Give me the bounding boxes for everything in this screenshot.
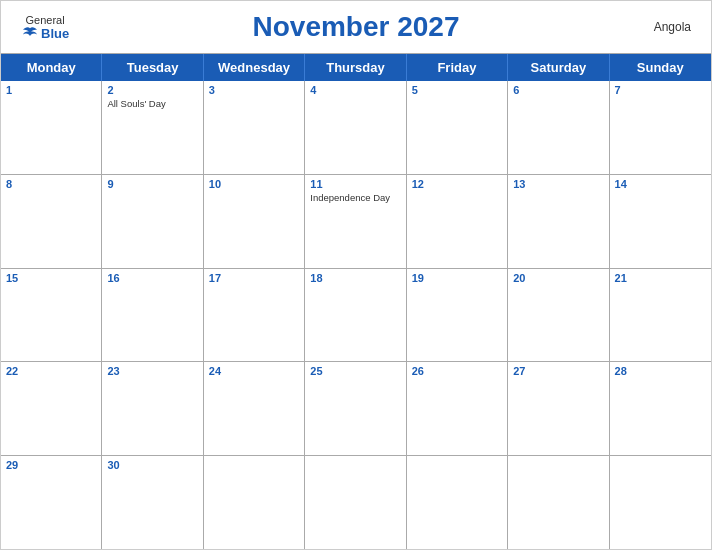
header-saturday: Saturday: [508, 54, 609, 81]
day-cell: 1: [1, 81, 102, 174]
day-number: 19: [412, 272, 502, 284]
day-cell: 26: [407, 362, 508, 455]
logo-general: General: [26, 14, 65, 26]
calendar-grid: Monday Tuesday Wednesday Thursday Friday…: [1, 53, 711, 549]
header-tuesday: Tuesday: [102, 54, 203, 81]
day-number: 26: [412, 365, 502, 377]
header-wednesday: Wednesday: [204, 54, 305, 81]
day-number: 15: [6, 272, 96, 284]
header-friday: Friday: [407, 54, 508, 81]
day-number: 14: [615, 178, 706, 190]
day-cell: 9: [102, 175, 203, 268]
week-row-4: 22232425262728: [1, 362, 711, 456]
day-number: 27: [513, 365, 603, 377]
day-cell: 20: [508, 269, 609, 362]
day-cell: 22: [1, 362, 102, 455]
day-cell: 7: [610, 81, 711, 174]
day-number: 10: [209, 178, 299, 190]
day-number: 17: [209, 272, 299, 284]
day-number: 23: [107, 365, 197, 377]
day-cell: 18: [305, 269, 406, 362]
day-cell: 5: [407, 81, 508, 174]
day-cell: 4: [305, 81, 406, 174]
day-cell: 11Independence Day: [305, 175, 406, 268]
day-cell: [407, 456, 508, 549]
day-number: 24: [209, 365, 299, 377]
day-number: 22: [6, 365, 96, 377]
day-number: 2: [107, 84, 197, 96]
header-sunday: Sunday: [610, 54, 711, 81]
day-cell: [508, 456, 609, 549]
logo-bird-icon: [21, 26, 39, 40]
holiday-name: Independence Day: [310, 192, 400, 203]
day-number: 8: [6, 178, 96, 190]
day-number: 20: [513, 272, 603, 284]
weeks: 12All Souls' Day34567891011Independence …: [1, 81, 711, 549]
day-cell: 8: [1, 175, 102, 268]
day-cell: 12: [407, 175, 508, 268]
day-cell: [305, 456, 406, 549]
day-cell: [204, 456, 305, 549]
day-cell: 17: [204, 269, 305, 362]
day-number: 9: [107, 178, 197, 190]
week-row-5: 2930: [1, 456, 711, 549]
day-number: 18: [310, 272, 400, 284]
month-title: November 2027: [252, 11, 459, 43]
day-number: 28: [615, 365, 706, 377]
day-cell: 16: [102, 269, 203, 362]
day-cell: 28: [610, 362, 711, 455]
calendar-container: General Blue November 2027 Angola Monday…: [0, 0, 712, 550]
day-cell: 24: [204, 362, 305, 455]
day-cell: 23: [102, 362, 203, 455]
day-headers: Monday Tuesday Wednesday Thursday Friday…: [1, 54, 711, 81]
country-label: Angola: [654, 20, 691, 34]
day-number: 7: [615, 84, 706, 96]
day-cell: 3: [204, 81, 305, 174]
header-thursday: Thursday: [305, 54, 406, 81]
day-cell: 10: [204, 175, 305, 268]
calendar-header: General Blue November 2027 Angola: [1, 1, 711, 53]
day-number: 1: [6, 84, 96, 96]
day-number: 29: [6, 459, 96, 471]
day-number: 5: [412, 84, 502, 96]
day-number: 3: [209, 84, 299, 96]
day-number: 6: [513, 84, 603, 96]
header-monday: Monday: [1, 54, 102, 81]
day-number: 16: [107, 272, 197, 284]
day-number: 4: [310, 84, 400, 96]
day-cell: 19: [407, 269, 508, 362]
day-cell: 14: [610, 175, 711, 268]
day-number: 25: [310, 365, 400, 377]
day-cell: 15: [1, 269, 102, 362]
day-number: 30: [107, 459, 197, 471]
week-row-1: 12All Souls' Day34567: [1, 81, 711, 175]
day-cell: [610, 456, 711, 549]
day-number: 11: [310, 178, 400, 190]
logo-blue: Blue: [21, 26, 69, 41]
day-cell: 2All Souls' Day: [102, 81, 203, 174]
day-cell: 13: [508, 175, 609, 268]
day-number: 12: [412, 178, 502, 190]
day-cell: 6: [508, 81, 609, 174]
week-row-3: 15161718192021: [1, 269, 711, 363]
day-number: 21: [615, 272, 706, 284]
day-cell: 25: [305, 362, 406, 455]
day-cell: 21: [610, 269, 711, 362]
day-cell: 29: [1, 456, 102, 549]
day-cell: 30: [102, 456, 203, 549]
day-cell: 27: [508, 362, 609, 455]
week-row-2: 891011Independence Day121314: [1, 175, 711, 269]
holiday-name: All Souls' Day: [107, 98, 197, 109]
logo: General Blue: [21, 14, 69, 41]
day-number: 13: [513, 178, 603, 190]
